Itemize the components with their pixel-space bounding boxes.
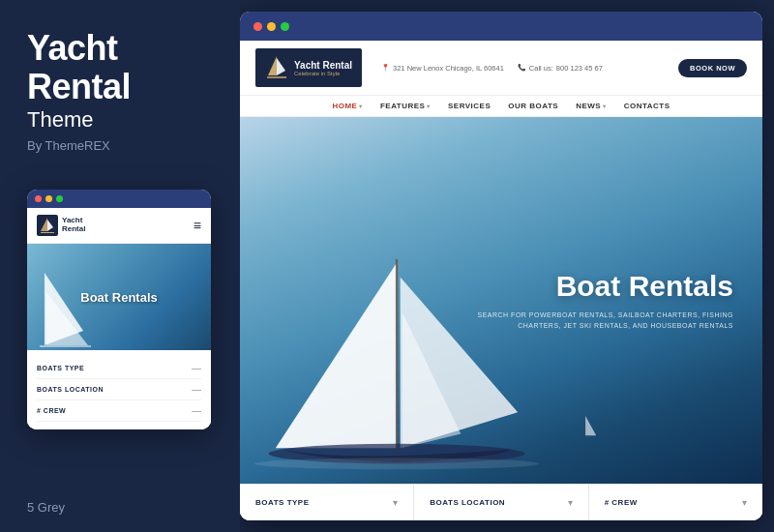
mobile-filter-crew[interactable]: # CREW — bbox=[37, 400, 201, 422]
mobile-logo: YachtRental bbox=[37, 215, 85, 236]
filter-boats-type[interactable]: BOATS TYPE ▾ bbox=[240, 485, 414, 520]
right-panel: Yacht Rental Celebrate in Style 📍 321 Ne… bbox=[240, 12, 762, 520]
site-filter-bar: BOATS TYPE ▾ BOATS LOCATION ▾ # CREW ▾ bbox=[240, 484, 762, 520]
hero-sub-text: SEARCH FOR POWERBOAT RENTALS, SAILBOAT C… bbox=[478, 310, 734, 331]
nav-arrow-features: ▾ bbox=[427, 103, 431, 109]
desktop-dot-green bbox=[281, 22, 289, 31]
mobile-logo-icon bbox=[37, 215, 58, 236]
contact-phone: 📞 Call us: 800 123 45 67 bbox=[518, 64, 603, 73]
site-logo-box: Yacht Rental Celebrate in Style bbox=[255, 48, 362, 87]
desktop-browser-bar bbox=[240, 12, 762, 41]
svg-marker-7 bbox=[268, 56, 277, 75]
mobile-logo-text: YachtRental bbox=[62, 217, 85, 234]
filter-crew-label: # CREW bbox=[605, 498, 638, 507]
desktop-dot-yellow bbox=[267, 22, 276, 31]
nav-item-news[interactable]: NEWS ▾ bbox=[576, 102, 607, 110]
filter-boats-type-label: BOATS TYPE bbox=[255, 498, 310, 507]
mobile-dot-green bbox=[56, 195, 63, 202]
svg-point-15 bbox=[254, 458, 540, 469]
filter-crew[interactable]: # CREW ▾ bbox=[589, 485, 762, 520]
bottom-label: 5 Grey bbox=[27, 500, 65, 515]
site-logo-text: Yacht Rental Celebrate in Style bbox=[294, 60, 352, 76]
mobile-hero: Boat Rentals bbox=[27, 244, 211, 350]
mobile-hero-text: Boat Rentals bbox=[80, 290, 157, 305]
nav-arrow-news: ▾ bbox=[603, 103, 607, 109]
mobile-boat-svg bbox=[35, 263, 93, 350]
sub-title: Theme bbox=[27, 107, 213, 133]
filter-toggle-icon: — bbox=[192, 363, 201, 373]
mobile-browser-bar bbox=[27, 190, 211, 208]
svg-marker-16 bbox=[585, 416, 596, 435]
nav-item-home[interactable]: HOME ▾ bbox=[332, 102, 363, 110]
filter-boats-location[interactable]: BOATS LOCATION ▾ bbox=[414, 485, 588, 520]
filter-toggle-icon-2: — bbox=[192, 384, 201, 395]
nav-item-services[interactable]: SERVICES bbox=[448, 102, 491, 110]
mobile-content: YachtRental ≡ Boat Rentals BOATS TYPE — bbox=[27, 208, 211, 429]
nav-item-our-boats[interactable]: OUR BOATS bbox=[508, 102, 558, 110]
mobile-mockup: YachtRental ≡ Boat Rentals BOATS TYPE — bbox=[27, 190, 211, 429]
nav-item-features[interactable]: FEATURES ▾ bbox=[380, 102, 431, 110]
mobile-dot-yellow bbox=[45, 195, 52, 202]
filter-label-location: BOATS LOCATION bbox=[37, 386, 104, 393]
filter-boats-location-label: BOATS LOCATION bbox=[430, 498, 505, 507]
nav-item-contacts[interactable]: CONTACTS bbox=[624, 102, 670, 110]
hero-main-title: Boat Rentals bbox=[478, 270, 734, 302]
nav-arrow-home: ▾ bbox=[359, 103, 363, 109]
site-hero: Boat Rentals SEARCH FOR POWERBOAT RENTAL… bbox=[240, 117, 762, 484]
mobile-filters: BOATS TYPE — BOATS LOCATION — # CREW — bbox=[27, 350, 211, 429]
mobile-filter-boats-type[interactable]: BOATS TYPE — bbox=[37, 358, 201, 379]
desktop-content: Yacht Rental Celebrate in Style 📍 321 Ne… bbox=[240, 41, 762, 520]
filter-label-crew: # CREW bbox=[37, 407, 66, 414]
mobile-dot-red bbox=[35, 195, 42, 202]
mobile-filter-location[interactable]: BOATS LOCATION — bbox=[37, 379, 201, 400]
svg-marker-10 bbox=[276, 263, 397, 448]
title-block: YachtRental Theme By ThemeREX bbox=[27, 29, 213, 153]
mobile-nav: YachtRental ≡ bbox=[27, 208, 211, 244]
desktop-dot-red bbox=[253, 22, 262, 31]
hero-text-block: Boat Rentals SEARCH FOR POWERBOAT RENTAL… bbox=[478, 270, 734, 331]
site-contact-info: 📍 321 New Lenox Chicago, IL 60641 📞 Call… bbox=[381, 64, 667, 73]
filter-boats-type-icon: ▾ bbox=[393, 497, 398, 508]
contact-address: 📍 321 New Lenox Chicago, IL 60641 bbox=[381, 64, 504, 73]
site-logo-svg bbox=[265, 54, 288, 81]
hamburger-icon[interactable]: ≡ bbox=[194, 218, 201, 233]
site-top-bar: Yacht Rental Celebrate in Style 📍 321 Ne… bbox=[240, 41, 762, 96]
left-panel: YachtRental Theme By ThemeREX Yacht bbox=[0, 0, 240, 532]
book-now-button[interactable]: BOOK NOW bbox=[678, 59, 747, 77]
filter-boats-location-icon: ▾ bbox=[568, 497, 573, 508]
filter-toggle-icon-3: — bbox=[192, 405, 201, 416]
filter-label-boats-type: BOATS TYPE bbox=[37, 365, 84, 371]
svg-marker-8 bbox=[277, 58, 285, 75]
phone-icon: 📞 bbox=[518, 64, 526, 72]
main-title: YachtRental bbox=[27, 29, 213, 105]
location-icon: 📍 bbox=[381, 64, 390, 72]
by-line: By ThemeREX bbox=[27, 138, 213, 153]
filter-crew-icon: ▾ bbox=[742, 497, 747, 508]
site-nav: HOME ▾ FEATURES ▾ SERVICES OUR BOATS NEW… bbox=[240, 96, 762, 117]
